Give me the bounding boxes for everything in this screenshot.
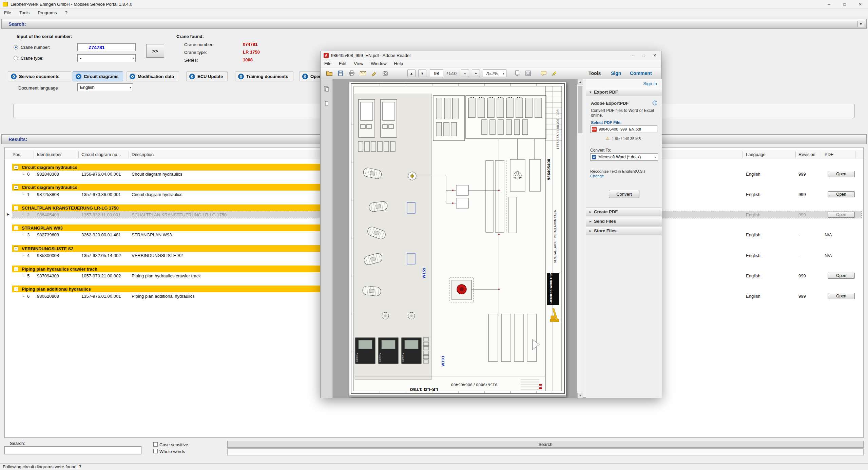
open-pdf-button[interactable]: Open [828, 171, 855, 177]
cell-number: 1357-932.05.14.002 [81, 252, 121, 259]
footer-model: LR-LG 1750 [410, 387, 438, 392]
pdf-page[interactable]: LICCON LICCON LICCON [349, 82, 566, 397]
col-language[interactable]: Language [746, 150, 766, 159]
save-icon[interactable] [336, 69, 345, 78]
open-pdf-button[interactable]: Open [828, 273, 855, 279]
store-files-section-header[interactable]: ▸ Store Files [586, 227, 662, 235]
pdf-menu-view[interactable]: View [350, 61, 367, 66]
search-submit-button[interactable]: >> [146, 44, 164, 58]
crane-number-input[interactable] [77, 43, 136, 51]
tools-button[interactable]: Tools [589, 69, 601, 77]
bottom-search-secondary-field[interactable] [227, 448, 864, 455]
bottom-search-button[interactable]: Search [227, 441, 864, 448]
menu-file[interactable]: File [0, 9, 15, 17]
send-files-section-header[interactable]: ▸ Send Files [586, 217, 662, 226]
selected-pdf-file[interactable]: PDF 986405408_999_EN.pdf [590, 125, 657, 133]
zoom-in-icon[interactable]: + [472, 70, 480, 77]
app-minimize-icon[interactable]: ─ [821, 0, 837, 9]
page-thumbnails-icon[interactable] [323, 85, 330, 93]
open-pdf-button[interactable]: Open [828, 212, 855, 218]
convert-format-select[interactable]: W Microsoft Word (*.docx) ▾ [590, 153, 658, 161]
pdf-menu-edit[interactable]: Edit [335, 61, 350, 66]
export-pdf-section-header[interactable]: ▾ Export PDF [586, 88, 662, 96]
collapse-group-icon[interactable]: − [14, 287, 18, 291]
crane-number-radio[interactable] [14, 45, 18, 50]
tab-training-documents[interactable]: Training documents [235, 71, 293, 81]
wire-label-w193: W193 [441, 356, 445, 367]
pdf-titlebar[interactable]: A 986405408_999_EN.pdf - Adobe Reader ─ … [321, 51, 661, 60]
menu-help[interactable]: ? [61, 9, 72, 17]
collapse-group-icon[interactable]: − [14, 226, 18, 230]
col-circuit-number[interactable]: Circuit diagram nu... [81, 150, 121, 159]
snapshot-icon[interactable] [381, 69, 390, 78]
tab-label: Training documents [246, 74, 288, 79]
pdf-menu-help[interactable]: Help [390, 61, 407, 66]
cell-ident: 987253808 [37, 191, 59, 198]
case-sensitive-checkbox[interactable] [153, 442, 158, 447]
zoom-level-select[interactable]: 75.7% ▾ [483, 70, 506, 77]
scrollbar-thumb[interactable] [578, 86, 582, 133]
email-icon[interactable] [358, 69, 367, 78]
collapse-group-icon[interactable]: − [14, 247, 18, 251]
page-number-input[interactable] [430, 70, 443, 77]
col-pos[interactable]: Pos. [13, 150, 21, 159]
pdf-maximize-icon[interactable]: □ [639, 52, 649, 59]
pdf-canvas[interactable]: LICCON LICCON LICCON [333, 79, 577, 398]
previous-page-icon[interactable]: ▲ [407, 70, 416, 77]
document-language-select[interactable]: English ▾ [77, 83, 133, 91]
col-revision[interactable]: Revision [798, 150, 815, 159]
sign-button[interactable]: Sign [611, 69, 621, 77]
open-pdf-button[interactable]: Open [828, 191, 855, 197]
whole-words-checkbox[interactable] [153, 449, 158, 453]
comment-bubble-icon[interactable] [539, 69, 548, 78]
tab-circuit-diagrams[interactable]: Circuit diagrams [73, 71, 123, 81]
tab-ecu-update[interactable]: ECU Update [186, 71, 228, 81]
pdf-menu-window[interactable]: Window [367, 61, 390, 66]
change-link[interactable]: Change [590, 174, 604, 178]
tab-service-documents[interactable]: Service documents [8, 71, 71, 81]
zoom-out-icon[interactable]: − [461, 70, 469, 77]
sign-pen-icon[interactable] [369, 69, 379, 78]
search-collapse-icon[interactable]: ▾ [857, 21, 864, 27]
convert-button[interactable]: Convert [609, 190, 639, 198]
pdf-menu-file[interactable]: File [321, 61, 335, 66]
pdf-file-icon: PDF [592, 127, 597, 132]
app-close-icon[interactable]: ✕ [852, 0, 868, 9]
scroll-mode-icon[interactable] [513, 69, 522, 78]
crane-type-radio[interactable] [14, 56, 18, 60]
collapse-group-icon[interactable]: − [14, 267, 18, 271]
scroll-up-icon[interactable]: ▲ [577, 79, 583, 84]
bottom-search-input[interactable] [4, 446, 141, 454]
open-pdf-button[interactable]: Open [828, 293, 855, 299]
col-identnumber[interactable]: Identnumber [37, 150, 62, 159]
section-collapsed-icon: ▸ [590, 219, 591, 223]
collapse-group-icon[interactable]: − [14, 165, 18, 170]
wire-label-w159: W159 [422, 268, 426, 278]
crane-type-select[interactable]: - ▾ [77, 54, 136, 62]
collapse-group-icon[interactable]: − [14, 185, 18, 190]
scroll-down-icon[interactable]: ▼ [577, 393, 583, 398]
tab-modification-data[interactable]: Modification data [127, 71, 179, 81]
document-language-label: Document language [18, 85, 58, 91]
col-pdf[interactable]: PDF [825, 150, 833, 159]
create-pdf-section-header[interactable]: ▸ Create PDF [586, 208, 662, 216]
pdf-scrollbar[interactable]: ▲ ▼ [577, 79, 583, 398]
highlighter-icon[interactable] [550, 69, 559, 78]
pdf-close-icon[interactable]: ✕ [650, 52, 660, 59]
menu-programs[interactable]: Programs [34, 9, 61, 17]
liebherr-app-icon [3, 2, 8, 6]
collapse-group-icon[interactable]: − [14, 206, 18, 210]
pdf-minimize-icon[interactable]: ─ [628, 52, 638, 59]
comment-button[interactable]: Comment [630, 69, 652, 77]
open-folder-icon[interactable] [325, 69, 334, 78]
app-titlebar[interactable]: Liebherr-Werk Ehingen GmbH - Mobiles Ser… [0, 0, 868, 9]
next-page-icon[interactable]: ▼ [418, 70, 426, 77]
sign-in-link[interactable]: Sign In [643, 81, 657, 86]
bookmarks-icon[interactable] [323, 100, 330, 107]
app-maximize-icon[interactable]: □ [837, 0, 852, 9]
print-icon[interactable] [347, 69, 356, 78]
menu-tools[interactable]: Tools [15, 9, 34, 17]
cell-number: 1357-970.36.00.001 [81, 191, 121, 198]
col-description[interactable]: Description [132, 150, 154, 159]
page-fit-icon[interactable] [523, 69, 533, 78]
